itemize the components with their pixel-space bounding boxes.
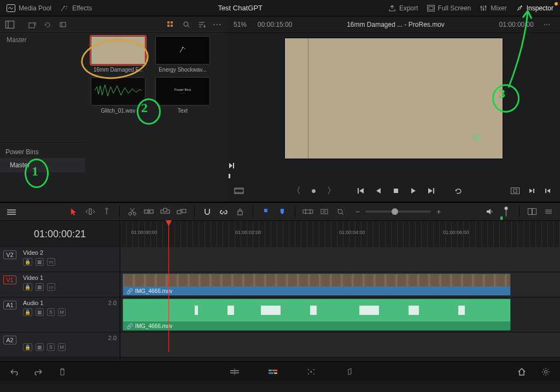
selection-tool[interactable]: [67, 204, 81, 219]
range-button[interactable]: [301, 204, 315, 219]
goto-end-button[interactable]: [424, 184, 438, 197]
redo-button[interactable]: [33, 366, 44, 377]
lane-v1[interactable]: 🔗IMG_4666.mov: [120, 272, 560, 297]
zoom-to-fit-button[interactable]: [317, 204, 331, 219]
viewer-zoom[interactable]: 51%: [234, 21, 247, 28]
track-visible-icon[interactable]: ▭: [47, 258, 55, 266]
clip-thumbnail[interactable]: [91, 77, 145, 106]
import-media-button[interactable]: [26, 18, 39, 31]
trim-tool[interactable]: [83, 204, 97, 219]
insert-button[interactable]: [142, 204, 156, 219]
track-lanes[interactable]: 🔗IMG_4666.mov 🔗IMG_4666.mov: [120, 247, 560, 361]
zoom-detail-button[interactable]: [334, 204, 348, 219]
lane-a1[interactable]: 🔗IMG_4666.mov: [120, 297, 560, 332]
volume-button[interactable]: [483, 204, 497, 219]
solo-button[interactable]: S: [47, 343, 55, 351]
play-reverse-button[interactable]: [372, 184, 385, 197]
thumbnail-view-button[interactable]: [165, 18, 178, 31]
next-edit-button[interactable]: [525, 184, 538, 197]
lane-a2[interactable]: [120, 332, 560, 358]
auto-select-icon[interactable]: ▦: [36, 258, 44, 266]
track-head-a1[interactable]: A1 Audio 12.0 🔒 ▦ S M: [0, 297, 120, 332]
motion-handle[interactable]: [472, 133, 481, 142]
auto-select-icon[interactable]: ▦: [36, 308, 44, 316]
track-visible-icon[interactable]: ▭: [47, 283, 55, 291]
zoom-in-button[interactable]: +: [436, 207, 441, 216]
sort-button[interactable]: [195, 18, 208, 31]
cut-page-button[interactable]: [229, 366, 240, 377]
audio-clip[interactable]: 🔗IMG_4666.mov: [122, 299, 511, 331]
lock-icon[interactable]: 🔒: [23, 283, 32, 291]
search-button[interactable]: [180, 18, 193, 31]
record-button[interactable]: ●: [307, 184, 320, 197]
fullscreen-button[interactable]: Full Screen: [427, 4, 471, 12]
clip-item[interactable]: Power Bins —— Text: [153, 77, 213, 114]
overwrite-button[interactable]: [158, 204, 172, 219]
viewer-canvas[interactable]: [227, 33, 560, 172]
video-clip[interactable]: 🔗IMG_4666.mov: [122, 273, 511, 296]
auto-select-icon[interactable]: ▦: [36, 343, 44, 351]
loop-button[interactable]: [452, 184, 465, 197]
lock-icon[interactable]: 🔒: [23, 258, 32, 266]
bin-master[interactable]: Master: [7, 36, 78, 44]
fusion-page-button[interactable]: [306, 366, 317, 377]
viewer-mode-button[interactable]: [232, 184, 246, 197]
prev-marker-button[interactable]: 〈: [290, 184, 303, 197]
blade-tool[interactable]: [125, 204, 139, 219]
delete-button[interactable]: [57, 366, 68, 377]
lock-icon[interactable]: 🔒: [23, 343, 32, 351]
timeline-view-button[interactable]: [4, 204, 19, 219]
clip-thumbnail[interactable]: [91, 36, 145, 65]
timeline-options-button[interactable]: [541, 204, 556, 219]
mute-button[interactable]: M: [58, 343, 66, 351]
sync-button[interactable]: [42, 18, 55, 31]
clip-item[interactable]: Glitch_01.wav: [88, 77, 148, 114]
next-marker-button[interactable]: 〉: [325, 184, 338, 197]
replace-button[interactable]: [174, 204, 189, 219]
export-button[interactable]: Export: [388, 4, 418, 12]
inspector-button[interactable]: Inspector: [516, 4, 553, 12]
zoom-slider[interactable]: [365, 210, 431, 213]
clip-thumbnail[interactable]: [155, 36, 210, 65]
match-frame-button[interactable]: [509, 184, 522, 197]
mixer-button[interactable]: Mixer: [480, 4, 506, 12]
clip-item[interactable]: 16mm Damaged F...: [88, 36, 148, 73]
dual-viewer-button[interactable]: [525, 204, 539, 219]
snap-button[interactable]: [200, 204, 214, 219]
viewer-timecode[interactable]: 01:00:00:00: [499, 21, 534, 28]
power-bins-header[interactable]: Power Bins: [0, 146, 85, 158]
settings-button[interactable]: [540, 366, 551, 377]
zoom-out-button[interactable]: −: [355, 207, 360, 216]
lock-button[interactable]: [233, 204, 247, 219]
media-pool-tab[interactable]: Media Pool: [7, 4, 51, 12]
pool-options-button[interactable]: ⋯: [211, 18, 224, 31]
track-head-a2[interactable]: A2 2.0 🔒 ▦ S M: [0, 332, 120, 358]
timeline-ruler[interactable]: 01:00:00:00 01:00:02:00 01:00:04:00 01:0…: [120, 221, 560, 247]
lock-icon[interactable]: 🔒: [23, 308, 32, 316]
edit-page-button[interactable]: [267, 366, 278, 377]
link-button[interactable]: [217, 204, 231, 219]
prev-edit-button[interactable]: [541, 184, 555, 197]
viewer-options-button[interactable]: ⋯: [540, 18, 553, 31]
track-head-v1[interactable]: V1 Video 1 🔒 ▦ ▭: [0, 272, 120, 297]
audio-dim-button[interactable]: [499, 204, 514, 219]
auto-select-icon[interactable]: ▦: [36, 283, 44, 291]
flag-button[interactable]: [259, 204, 273, 219]
undo-button[interactable]: [9, 366, 20, 377]
solo-button[interactable]: S: [47, 308, 55, 316]
pool-layout-toggle[interactable]: [3, 18, 16, 31]
home-button[interactable]: [516, 366, 527, 377]
fairlight-page-button[interactable]: [344, 366, 355, 377]
position-tool[interactable]: [100, 204, 114, 219]
mute-button[interactable]: M: [58, 308, 66, 316]
marker-button[interactable]: [275, 204, 289, 219]
playhead[interactable]: [168, 221, 169, 352]
goto-start-button[interactable]: [354, 184, 368, 197]
goto-end-icon[interactable]: [228, 162, 236, 171]
stop-button[interactable]: [389, 184, 402, 197]
pool-tool-button[interactable]: [57, 18, 70, 31]
lane-v2[interactable]: [120, 247, 560, 272]
clip-thumbnail[interactable]: Power Bins ——: [155, 77, 210, 106]
clip-item[interactable]: Energy Shockwav...: [153, 36, 213, 73]
effects-tab[interactable]: Effects: [60, 4, 92, 12]
